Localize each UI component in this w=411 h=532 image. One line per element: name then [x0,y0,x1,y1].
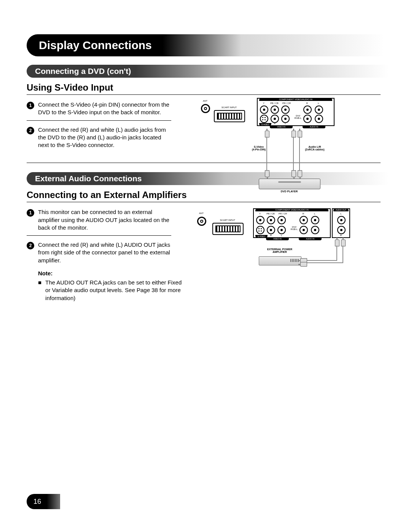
note-item: ■ The AUDIO OUT RCA jacks can be set to … [38,279,183,302]
page-number-text: 16 [33,498,41,506]
l-label: L [337,212,345,215]
step-text: Connect the red (R) and white (L) AUDIO … [38,241,171,264]
note-label: Note: [38,270,183,277]
cable-icon [342,246,343,263]
cable-icon [293,137,294,170]
cable2-label: Audio L/R (2xRCA cables) [300,145,330,151]
amplifier-connection-diagram: ANT SCART INPUT COMPONENT VIDEO/AUDIO IN… [190,207,392,283]
dvd-label: DVD PLAYER [270,190,308,193]
jack-pr-label: PR / CR [277,212,288,215]
dvd-player-icon [259,179,320,189]
scart-port-icon [212,223,244,235]
connector-panel: COMPONENT VIDEO/AUDIO IN Y PB / CB PR / … [257,98,335,126]
rca-jack-icon [337,226,346,234]
section1-step: 2 Connect the red (R) and white (L) audi… [27,121,171,153]
scart-label: SCART INPUT [216,219,239,221]
audioin-strip: AUDIO IN [303,125,325,128]
section1-bar-label: Connecting a DVD (con't) [35,67,131,76]
rca-jack-icon [267,226,275,234]
step-number-bullet: 1 [27,209,34,217]
dvirgb-label: DVI/ RGB-L [290,226,298,230]
jack-y-label: Y [260,102,268,104]
panel-top-label: COMPONENT VIDEO/AUDIO IN [259,98,332,101]
cable-plug-icon [265,131,269,137]
connector-panel: COMPONENT VIDEO/AUDIO IN Y PB / CB PR / … [253,208,331,238]
r-label: R [272,122,277,125]
step-text: Connect the S-Video (4-pin DIN) connecto… [38,101,171,117]
jack-y-label: Y [256,212,264,215]
section2-step: 1 This monitor can be connected to an ex… [27,205,171,236]
svideo-jack-icon [256,226,264,234]
rca-jack-icon [256,216,264,224]
jack-pb-label: PB / CB [265,212,276,215]
amp-label: EXTERNAL POWER AMPLIFIER [259,248,301,253]
panel-top-label: COMPONENT VIDEO/AUDIO IN [255,208,328,211]
rca-jack-icon [315,105,323,114]
jack-pb-label: PB / CB [269,102,280,104]
rca-jack-icon [281,105,290,114]
rca-jack-icon [267,216,275,224]
section2-bar-label: External Audio Connections [35,174,142,183]
step-text: Connect the red (R) and white (L) audio … [38,126,171,149]
r-label: R [337,234,345,236]
rca-jack-icon [303,115,312,123]
audio-out-label: AUDIO OUT [333,208,349,211]
step-number-bullet: 2 [27,127,34,134]
cable-plug-icon [292,170,296,177]
cable-plug-icon [265,170,269,177]
l-label: L [279,234,284,236]
rca-jack-icon [315,115,323,123]
step-text: This monitor can be connected to an exte… [38,208,171,232]
jack-r-label: R [303,102,311,104]
cable-icon [266,137,267,170]
rca-jack-icon [277,216,286,224]
rca-jack-icon [299,216,308,224]
cable-plug-icon [298,170,302,177]
svideo-strip: S-VIDEO [259,123,271,126]
scart-port-icon [214,110,245,122]
section1-bar: Connecting a DVD (con't) [27,65,389,78]
cable1-label: S-Video (4-Pin-DIN) [247,145,270,151]
l-label: L [283,122,288,125]
page-title: Display Connections [39,39,152,52]
videoin-strip: VIDEO IN [266,237,289,240]
cable-plug-icon [298,131,302,137]
note-block: Note: ■ The AUDIO OUT RCA jacks can be s… [27,270,183,302]
rca-jack-icon [337,216,346,224]
jack-l-label: L [311,212,319,215]
cable-icon [336,246,337,261]
rca-jack-icon [281,115,290,123]
cable-plug-icon [292,131,296,137]
rca-jack-icon [311,226,319,234]
rca-jack-icon [303,105,312,114]
page-title-bar: Display Connections [27,34,384,56]
section1-step: 1 Connect the S-Video (4-pin DIN) connec… [27,98,171,121]
ant-jack-icon [201,104,210,113]
rca-jack-icon [260,105,268,114]
cable-icon [304,262,343,263]
rca-jack-icon [277,226,286,234]
amplifier-icon [259,256,301,265]
rca-jack-icon [271,105,279,114]
section1-heading: Using S-Video Input [27,80,381,95]
cable-plug-icon [335,240,339,246]
page-number: 16 [27,494,60,509]
svideo-connection-diagram: ANT SCART INPUT COMPONENT VIDEO/AUDIO IN… [190,98,381,199]
step-number-bullet: 1 [27,102,34,109]
cable-plug-icon [300,262,307,267]
ant-jack-icon [197,217,206,226]
note-text: The AUDIO OUT RCA jacks can be set to ei… [45,279,183,302]
audioin-strip: AUDIO IN [299,237,322,240]
ant-label: ANT [196,212,207,214]
dvirgb-label: DVI/ RGB-L [294,115,302,119]
jack-pr-label: PR / CR [281,102,292,104]
step-number-bullet: 2 [27,242,34,249]
svideo-jack-icon [260,115,268,123]
videoin-strip: VIDEO IN [270,125,293,128]
section2-step: 2 Connect the red (R) and white (L) AUDI… [27,236,171,268]
rca-jack-icon [299,226,308,234]
jack-r-label: R [299,212,307,215]
cable-plug-icon [341,240,346,246]
rca-jack-icon [311,216,319,224]
jack-l-label: L [315,102,322,104]
